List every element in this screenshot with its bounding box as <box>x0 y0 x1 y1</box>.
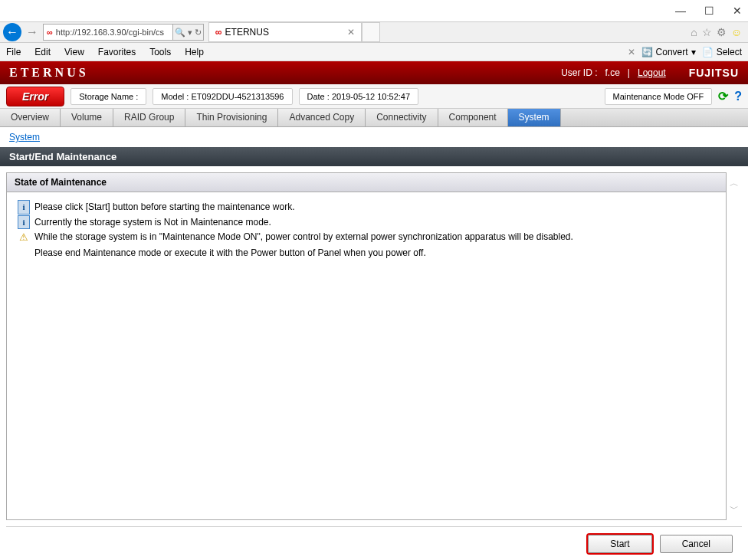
tab-connectivity[interactable]: Connectivity <box>366 109 438 126</box>
menu-view[interactable]: View <box>64 47 84 57</box>
tab-raid-group[interactable]: RAID Group <box>113 109 185 126</box>
info-message-2: i Currently the storage system is Not in… <box>18 215 715 230</box>
browser-tab[interactable]: ∞ETERNUS ✕ <box>208 22 362 42</box>
tab-close-icon[interactable]: ✕ <box>347 27 355 38</box>
convert-label: Convert <box>656 47 688 57</box>
home-icon[interactable]: ⌂ <box>691 26 697 38</box>
start-button[interactable]: Start <box>588 535 651 553</box>
app-header: ETERNUS User ID : f.ce | Logout FUJITSU <box>0 61 748 84</box>
gear-icon[interactable]: ⚙ <box>717 26 727 38</box>
info-icon: i <box>18 200 30 215</box>
panel-title: State of Maintenance <box>7 173 726 192</box>
date-box: Date : 2019-05-12 10:52:47 <box>299 88 419 105</box>
menu-file[interactable]: File <box>6 47 21 57</box>
scroll-up-icon[interactable]: ︿ <box>730 177 739 190</box>
url-text: http://192.168.3.90/cgi-bin/cs <box>56 28 164 37</box>
select-icon: 📄 <box>702 47 714 57</box>
footer-buttons: Start Cancel <box>0 527 748 560</box>
user-label: User ID : <box>561 67 597 78</box>
minimize-button[interactable]: — <box>675 5 686 17</box>
tab-advanced-copy[interactable]: Advanced Copy <box>278 109 366 126</box>
forward-button[interactable]: → <box>25 22 40 42</box>
refresh-icon[interactable]: ↻ <box>195 28 202 38</box>
convert-button[interactable]: 🔄 Convert ▾ <box>641 47 696 57</box>
msg2-text: Currently the storage system is Not in M… <box>34 215 271 229</box>
back-button[interactable]: ← <box>3 23 21 41</box>
url-input[interactable]: ∞ http://192.168.3.90/cgi-bin/cs <box>43 24 173 41</box>
cancel-button[interactable]: Cancel <box>660 535 733 553</box>
tab-favicon-icon: ∞ <box>215 27 222 38</box>
menu-help[interactable]: Help <box>185 47 204 57</box>
window-controls: — ☐ ✕ <box>0 0 748 21</box>
msg3-text: While the storage system is in "Maintena… <box>34 230 573 244</box>
select-label: Select <box>717 47 742 57</box>
dropdown-icon[interactable]: ▾ <box>188 28 192 38</box>
warning-icon: ⚠ <box>18 230 30 245</box>
search-refresh-box[interactable]: 🔍 ▾ ↻ <box>173 24 204 41</box>
app-logo: ETERNUS <box>9 66 89 80</box>
favicon-icon: ∞ <box>47 28 53 37</box>
new-tab-button[interactable] <box>362 22 380 42</box>
msg3-continuation: Please end Maintenance mode or execute i… <box>34 246 715 260</box>
vendor-logo: FUJITSU <box>689 67 739 79</box>
search-icon[interactable]: 🔍 <box>175 28 185 38</box>
storage-name-box: Storage Name : <box>71 88 146 105</box>
menu-favorites[interactable]: Favorites <box>98 47 136 57</box>
info-icon: i <box>18 215 30 230</box>
logout-link[interactable]: Logout <box>638 67 666 78</box>
user-id: f.ce <box>605 67 619 78</box>
menu-tools[interactable]: Tools <box>149 47 171 57</box>
convert-icon: 🔄 <box>641 47 653 57</box>
breadcrumb-system[interactable]: System <box>9 132 40 142</box>
smiley-icon[interactable]: ☺ <box>731 26 742 38</box>
browser-icons: ⌂ ☆ ⚙ ☺ <box>691 26 748 38</box>
section-title: Start/End Maintenance <box>0 147 748 166</box>
breadcrumb: System <box>0 127 748 147</box>
dropdown-icon: ▾ <box>691 47 696 57</box>
scroll-indicator: ︿ ﹀ <box>727 172 742 520</box>
tab-thin-provisioning[interactable]: Thin Provisioning <box>185 109 278 126</box>
state-panel: State of Maintenance i Please click [Sta… <box>6 172 727 520</box>
menu-bar: File Edit View Favorites Tools Help ✕ 🔄 … <box>0 43 748 61</box>
panel-body: i Please click [Start] button before sta… <box>7 192 726 267</box>
tab-component[interactable]: Component <box>438 109 508 126</box>
error-badge: Error <box>6 87 64 106</box>
star-icon[interactable]: ☆ <box>702 26 712 38</box>
refresh-icon[interactable]: ⟳ <box>718 89 728 103</box>
msg1-text: Please click [Start] button before start… <box>34 200 295 214</box>
tab-system[interactable]: System <box>508 109 561 126</box>
menu-edit[interactable]: Edit <box>34 47 51 57</box>
main-tabs: Overview Volume RAID Group Thin Provisio… <box>0 109 748 127</box>
content-area: State of Maintenance i Please click [Sta… <box>0 166 748 526</box>
tab-overview[interactable]: Overview <box>0 109 61 126</box>
model-box: Model : ET092DDU-4521313596 <box>153 88 292 105</box>
status-bar: Error Storage Name : Model : ET092DDU-45… <box>0 84 748 109</box>
tab-title: ETERNUS <box>225 27 269 38</box>
warning-message: ⚠ While the storage system is in "Mainte… <box>18 230 715 245</box>
maximize-button[interactable]: ☐ <box>704 5 714 17</box>
help-icon[interactable]: ? <box>734 90 742 103</box>
menu-close-x[interactable]: ✕ <box>628 47 635 57</box>
maintenance-mode-box: Maintenance Mode OFF <box>605 88 713 105</box>
scroll-down-icon[interactable]: ﹀ <box>730 503 739 516</box>
browser-toolbar: ← → ∞ http://192.168.3.90/cgi-bin/cs 🔍 ▾… <box>0 21 748 43</box>
tab-volume[interactable]: Volume <box>61 109 113 126</box>
close-window-button[interactable]: ✕ <box>733 5 742 17</box>
info-message-1: i Please click [Start] button before sta… <box>18 200 715 215</box>
select-button[interactable]: 📄 Select <box>702 47 742 57</box>
